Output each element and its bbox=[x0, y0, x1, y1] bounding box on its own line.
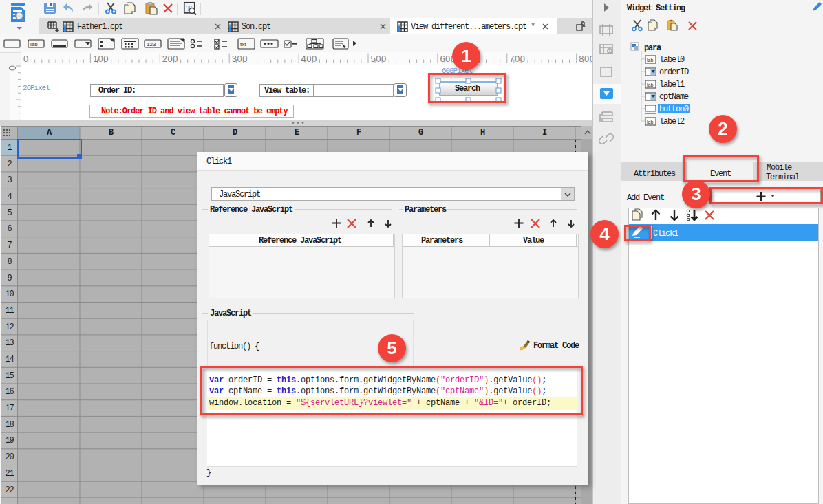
svg-text:lab: lab bbox=[647, 83, 653, 87]
svg-text:lab: lab bbox=[647, 120, 653, 124]
svg-text:lab: lab bbox=[647, 58, 653, 63]
